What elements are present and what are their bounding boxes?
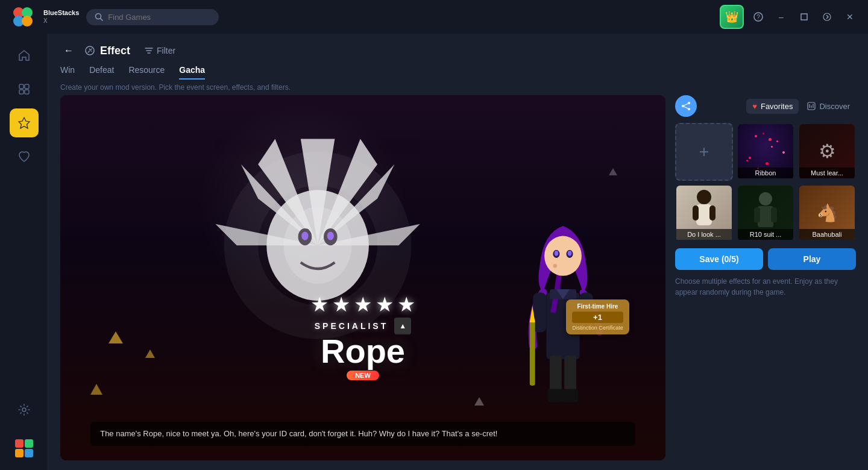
tabs: Win Defeat Resource Gacha xyxy=(48,59,868,80)
favorites-tab[interactable]: ♥ Favorites xyxy=(746,99,799,114)
triangle-decoration-4 xyxy=(474,397,484,406)
svg-point-3 xyxy=(22,16,33,27)
triangle-decoration-5 xyxy=(609,168,617,175)
search-icon xyxy=(95,13,103,21)
save-button[interactable]: Save (0/5) xyxy=(675,248,763,270)
thumbnail-mustlear[interactable]: ⚙ Must lear... xyxy=(798,123,856,181)
action-buttons: Save (0/5) Play xyxy=(675,248,856,270)
star-3: ★ xyxy=(354,292,372,316)
svg-rect-16 xyxy=(15,439,24,448)
maximize-button[interactable] xyxy=(796,8,813,25)
thumbnail-baahubali[interactable]: 🐴 Baahubali xyxy=(798,184,856,242)
star-4: ★ xyxy=(376,292,394,316)
svg-rect-12 xyxy=(19,90,24,94)
help-button[interactable]: ? xyxy=(750,8,767,25)
titlebar-left: BlueStacks X xyxy=(10,4,219,30)
svg-line-55 xyxy=(684,107,688,108)
sidebar-item-apps[interactable] xyxy=(10,75,39,104)
search-bar[interactable] xyxy=(86,9,219,25)
brand-text: BlueStacks X xyxy=(43,9,79,24)
close-button[interactable]: ✕ xyxy=(841,8,858,25)
thumbnail-r10[interactable]: R10 suit ... xyxy=(737,184,794,242)
preview-frame: ★ ★ ★ ★ ★ SPECIALIST ▲ Rope xyxy=(60,95,665,460)
share-button[interactable] xyxy=(675,95,697,117)
right-panel: ♥ Favorites Discover + xyxy=(675,95,856,460)
effect-wand-icon xyxy=(84,45,95,56)
sidebar-item-home[interactable] xyxy=(10,41,39,70)
filter-icon xyxy=(145,46,153,55)
thumbnail-dolook[interactable]: Do I look ... xyxy=(675,184,733,242)
svg-point-33 xyxy=(283,207,351,284)
gacha-scene: ★ ★ ★ ★ ★ SPECIALIST ▲ Rope xyxy=(60,95,665,460)
svg-rect-50 xyxy=(562,389,578,403)
filter-label: Filter xyxy=(157,46,175,55)
discover-icon xyxy=(807,102,816,110)
sidebar-item-settings[interactable] xyxy=(10,395,39,424)
panels: ★ ★ ★ ★ ★ SPECIALIST ▲ Rope xyxy=(48,95,868,470)
svg-point-53 xyxy=(688,108,690,110)
ribbon-label: Ribbon xyxy=(738,168,793,178)
svg-text:?: ? xyxy=(756,14,760,20)
panel-actions: ♥ Favorites Discover xyxy=(675,95,856,117)
hire-card-title: First-time Hire xyxy=(572,303,623,310)
svg-rect-10 xyxy=(19,84,24,89)
add-new-button[interactable]: + xyxy=(675,123,733,181)
play-button[interactable]: Play xyxy=(768,248,856,270)
svg-point-52 xyxy=(682,105,684,107)
star-5: ★ xyxy=(397,292,415,316)
favorites-label: Favorites xyxy=(761,102,793,111)
thumbnail-ribbon[interactable]: Ribbon xyxy=(737,123,794,181)
svg-rect-13 xyxy=(25,90,29,94)
sidebar-item-favorites[interactable] xyxy=(10,142,39,171)
game-icon[interactable]: 👑 xyxy=(720,5,744,29)
svg-rect-66 xyxy=(754,207,760,222)
triangle-decoration-2 xyxy=(145,349,155,358)
add-icon: + xyxy=(699,142,709,161)
titlebar-right: 👑 ? – ✕ xyxy=(720,5,858,29)
tab-description: Create your own mod version. Pick the ev… xyxy=(48,80,868,95)
star-1: ★ xyxy=(310,292,329,316)
svg-point-51 xyxy=(688,102,690,104)
sidebar xyxy=(0,34,48,470)
tab-resource[interactable]: Resource xyxy=(128,65,165,80)
hire-card-sub: Distinction Certificate xyxy=(572,325,623,331)
sidebar-item-bluestacks[interactable] xyxy=(10,434,39,463)
svg-rect-67 xyxy=(771,207,777,222)
svg-rect-17 xyxy=(25,439,33,448)
specialist-label: SPECIALIST xyxy=(315,321,388,331)
effect-header: ← Effect Filter xyxy=(48,34,868,59)
filter-button[interactable]: Filter xyxy=(137,43,183,58)
minimize-button[interactable]: – xyxy=(773,8,790,25)
forward-button[interactable] xyxy=(819,8,835,25)
baahubali-label: Baahubali xyxy=(799,229,855,240)
sidebar-item-effects[interactable] xyxy=(10,108,39,137)
stars-container: ★ ★ ★ ★ ★ xyxy=(310,292,415,316)
svg-point-41 xyxy=(553,264,557,268)
svg-point-40 xyxy=(567,251,571,256)
subtitle-box: The name's Rope, nice to meet ya. Oh, he… xyxy=(90,422,635,446)
tab-win[interactable]: Win xyxy=(60,65,75,80)
discover-tab[interactable]: Discover xyxy=(801,99,856,114)
svg-rect-49 xyxy=(547,389,563,403)
preview-panel: ★ ★ ★ ★ ★ SPECIALIST ▲ Rope xyxy=(60,95,665,460)
main-layout: ← Effect Filter Win Defeat Resource Gach… xyxy=(0,34,868,470)
svg-rect-62 xyxy=(693,205,699,221)
action-tabs: ♥ Favorites Discover xyxy=(746,99,856,114)
hire-card: First-time Hire +1 Distinction Certifica… xyxy=(566,299,629,334)
thumbnails-grid: + xyxy=(675,123,856,242)
effect-label: Effect xyxy=(100,45,130,57)
brand-name: BlueStacks xyxy=(43,9,79,17)
effect-title: Effect xyxy=(84,45,130,57)
tab-defeat[interactable]: Defeat xyxy=(89,65,114,80)
discover-label: Discover xyxy=(819,102,850,111)
svg-rect-11 xyxy=(25,84,29,89)
search-input[interactable] xyxy=(108,13,204,22)
svg-marker-14 xyxy=(19,118,30,128)
star-2: ★ xyxy=(332,292,350,316)
tab-gacha[interactable]: Gacha xyxy=(179,65,205,80)
back-button[interactable]: ← xyxy=(60,42,77,59)
new-badge: NEW xyxy=(347,371,379,380)
bluestacks-logo xyxy=(10,4,36,30)
hint-text: Choose multiple effects for an event. En… xyxy=(675,276,856,298)
triangle-decoration-3 xyxy=(90,384,102,395)
